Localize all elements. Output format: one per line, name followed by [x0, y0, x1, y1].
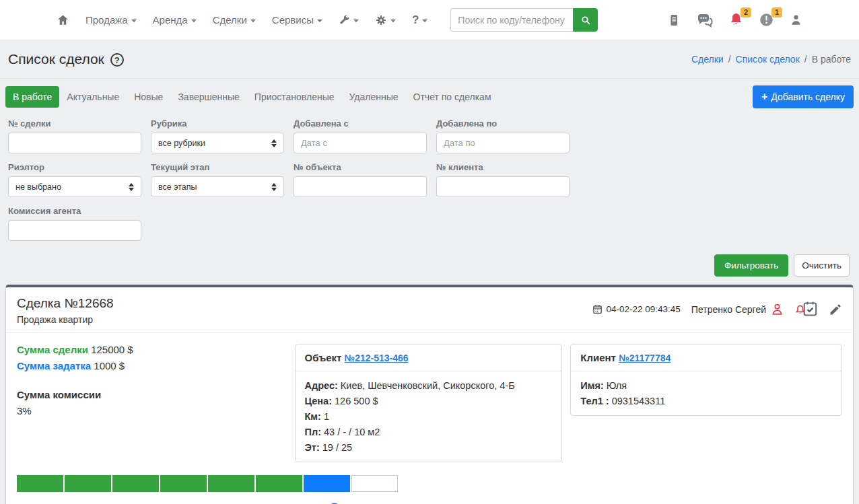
chevron-down-icon [353, 20, 359, 22]
filter-row-1: № сделки Рубрика все рубрики Добавлена с… [8, 118, 851, 153]
deal-sum-row: Сумма сделки 125000 $ [17, 344, 295, 355]
realtor-select-value: не выбрано [15, 182, 61, 192]
tab-actual[interactable]: Актуальные [59, 86, 127, 108]
breadcrumb-deals[interactable]: Сделки [691, 54, 724, 65]
filter-row-2: Риэлтор не выбрано Текущий этап все этап… [8, 162, 851, 197]
nav-menu-sale[interactable]: Продажа [85, 14, 137, 26]
chevron-down-icon [191, 20, 197, 22]
filter-button[interactable]: Фильтровать [714, 254, 788, 277]
object-price-row: Цена: 126 500 $ [305, 396, 553, 406]
breadcrumb-deal-list[interactable]: Список сделок [736, 54, 800, 65]
commission-sum-label: Сумма комиссии [17, 389, 295, 400]
object-number-input[interactable] [294, 176, 427, 197]
deal-date: 04-02-22 09:43:45 [607, 304, 681, 314]
tasks-alert-icon[interactable]: 1 [759, 12, 774, 28]
deal-sums: Сумма сделки 125000 $ Сумма задатка 1000… [17, 344, 295, 417]
search-button[interactable] [573, 8, 598, 32]
object-number-link[interactable]: №212-513-466 [345, 353, 409, 363]
select-arrows-icon [271, 139, 277, 147]
user-profile-icon[interactable] [790, 13, 802, 27]
select-arrows-icon [129, 183, 134, 191]
nav-menu-services[interactable]: Сервисы [272, 14, 322, 26]
tab-new[interactable]: Новые [127, 86, 170, 108]
object-number-label: № объекта [294, 162, 427, 172]
deal-realtor-name: Петренко Сергей [691, 304, 766, 315]
tab-completed[interactable]: Завершенные [170, 86, 246, 108]
main-content: В работе Актуальные Новые Завершенные Пр… [0, 79, 859, 504]
nav-menu-sale-label: Продажа [85, 14, 128, 26]
breadcrumb-separator: / [728, 54, 731, 65]
added-from-label: Добавлена с [294, 118, 427, 129]
deal-stage-bar [17, 475, 853, 492]
nav-menu-rent[interactable]: Аренда [153, 14, 197, 26]
gear-icon [375, 14, 387, 26]
navbar-right: 2 1 [667, 12, 802, 28]
client-number-input[interactable] [436, 176, 570, 197]
stage-segment-pending [351, 475, 398, 492]
object-box: Объект №212-513-466 Адрес: Киев, Шевченк… [295, 344, 563, 462]
tab-in-progress[interactable]: В работе [5, 86, 59, 108]
tab-deleted[interactable]: Удаленные [342, 86, 406, 108]
deposit-sum-row: Сумма задатка 1000 $ [17, 360, 295, 371]
deal-number-label: № сделки [8, 118, 141, 129]
journal-icon[interactable] [667, 13, 681, 28]
deal-card-header: Сделка №12668 Продажа квартир 04-02-22 0… [6, 287, 853, 333]
stage-segment-current [304, 475, 350, 492]
realtor-select[interactable]: не выбрано [8, 176, 141, 197]
home-icon[interactable] [57, 13, 69, 26]
client-phone-row: Тел1 : 0931543311 [580, 396, 832, 406]
object-rooms-row: Км: 1 [305, 411, 553, 422]
filter-added-to: Добавлена по [436, 118, 570, 153]
deal-sum-label: Сумма сделки [17, 344, 88, 355]
deal-number-input[interactable] [8, 133, 141, 153]
tab-suspended[interactable]: Приостановленые [247, 86, 342, 108]
page-title: Список сделок [8, 51, 104, 67]
chevron-down-icon [317, 20, 322, 22]
rubric-select[interactable]: все рубрики [151, 133, 284, 153]
task-badge: 1 [771, 7, 782, 17]
client-box-header: Клиент №21177784 [571, 345, 841, 371]
edit-pencil-icon[interactable] [829, 303, 842, 316]
page-header: Список сделок ? Сделки / Список сделок /… [0, 40, 859, 79]
object-address-row: Адрес: Киев, Шевченковский, Сикорского, … [305, 380, 553, 391]
help-menu[interactable]: ? [412, 13, 427, 27]
filter-added-from: Добавлена с [294, 118, 427, 153]
commission-input[interactable] [8, 220, 141, 241]
notification-badge: 2 [741, 7, 751, 17]
wrench-icon [339, 14, 350, 26]
filter-client-number: № клиента [436, 162, 570, 197]
stage-label: Текущий этап [151, 162, 284, 172]
deal-category: Продажа квартир [17, 314, 114, 325]
add-deal-button[interactable]: + Добавить сделку [753, 85, 854, 108]
deal-date-wrap: 04-02-22 09:43:45 [592, 304, 681, 314]
tab-report[interactable]: Отчет по сделкам [406, 86, 499, 108]
stage-segment-done [65, 475, 111, 492]
filter-object-number: № объекта [294, 162, 427, 197]
stage-segment-done [112, 475, 159, 492]
clear-button[interactable]: Очистить [794, 254, 850, 277]
object-box-body: Адрес: Киев, Шевченковский, Сикорского, … [296, 371, 562, 462]
added-from-input[interactable] [294, 133, 427, 153]
commission-sum-value: 3% [17, 405, 295, 417]
stage-segment-done [17, 475, 63, 492]
deal-sum-value: 125000 $ [91, 344, 133, 355]
filter-row-3: Комиссия агента [8, 206, 851, 241]
client-box: Клиент №21177784 Имя: Юля Тел1 : 0931543… [570, 344, 842, 416]
settings-gear-menu[interactable] [375, 14, 396, 26]
nav-menu-deals[interactable]: Сделки [213, 14, 256, 26]
breadcrumb-current: В работе [812, 54, 851, 65]
search-input[interactable] [450, 8, 573, 32]
page-help-icon[interactable]: ? [110, 53, 124, 67]
stage-segment-done [256, 475, 302, 492]
deal-card-body: Сумма сделки 125000 $ Сумма задатка 1000… [6, 333, 853, 462]
client-number-link[interactable]: №21177784 [619, 353, 671, 363]
filter-commission: Комиссия агента [8, 206, 141, 241]
reminder-calendar-icon[interactable] [795, 301, 818, 318]
tools-wrench-menu[interactable] [339, 14, 359, 26]
notifications-bell-icon[interactable]: 2 [729, 12, 743, 28]
stage-select[interactable]: все этапы [151, 176, 284, 197]
view-stages-link[interactable]: Просмотр этапов сделки [331, 501, 432, 504]
stage-segment-done [208, 475, 254, 492]
chat-icon[interactable] [696, 13, 714, 28]
added-to-input[interactable] [436, 133, 570, 153]
